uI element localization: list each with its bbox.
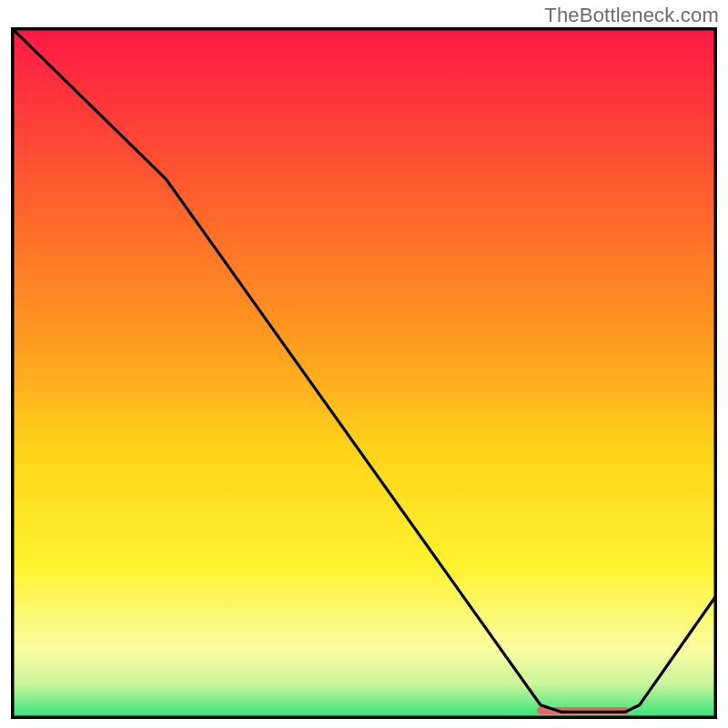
watermark-text: TheBottleneck.com xyxy=(544,4,719,27)
chart-svg xyxy=(11,27,717,719)
bottleneck-chart xyxy=(11,27,717,719)
page-root: TheBottleneck.com xyxy=(0,0,728,728)
